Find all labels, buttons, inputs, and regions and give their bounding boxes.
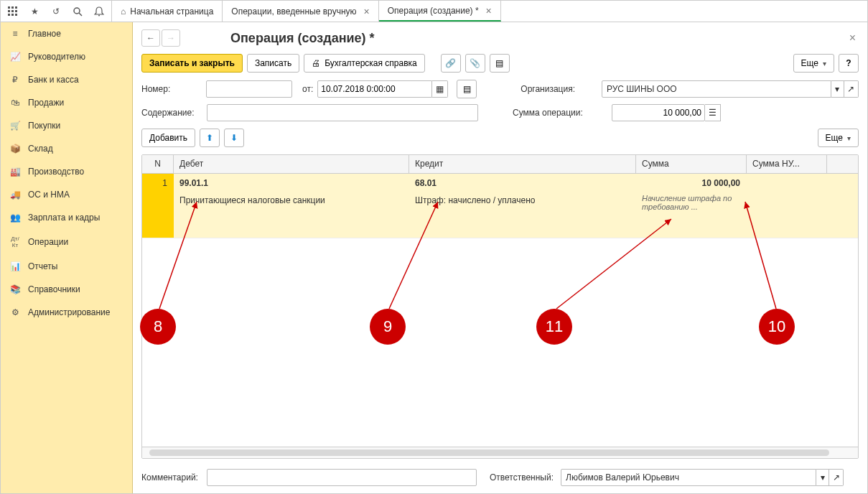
summa-value: 10 000,00 [642, 178, 740, 188]
save-and-close-button[interactable]: Записать и закрыть [141, 54, 243, 73]
sidebar-item[interactable]: 🚚ОС и НМА [1, 183, 132, 206]
sidebar-item[interactable]: 🏭Производство [1, 160, 132, 183]
nav-forward-button: → [162, 29, 180, 47]
kredit-account: 68.01 [415, 178, 630, 188]
cell-summa[interactable]: 10 000,00Начисление штрафа по требованию… [636, 174, 747, 238]
sidebar-item-label: Продажи [28, 98, 64, 108]
sidebar-item-icon: 🏭 [9, 167, 21, 177]
sidebar-item-label: ОС и НМА [28, 190, 70, 200]
cell-debet[interactable]: 99.01.1Причитающиеся налоговые санкции [174, 174, 409, 238]
sidebar-item[interactable]: 📈Руководителю [1, 45, 132, 68]
cell-summanu[interactable] [747, 174, 827, 238]
star-icon[interactable]: ★ [24, 1, 45, 22]
sidebar-item-label: Главное [28, 29, 61, 39]
col-n-header[interactable]: N [142, 155, 174, 173]
sidebar-item-label: Производство [28, 167, 84, 177]
tab-close-icon[interactable]: × [486, 5, 492, 17]
sidebar-item[interactable]: 🛍Продажи [1, 91, 132, 114]
svg-rect-8 [15, 14, 17, 16]
top-toolbar: ★ ↺ ⌂Начальная страницаОперации, введенн… [1, 1, 867, 22]
sidebar-item-label: Операции [28, 237, 68, 247]
responsible-select[interactable]: Любимов Валерий Юрьевич [561, 469, 816, 486]
debet-account: 99.01.1 [179, 178, 403, 188]
sheet-icon-button[interactable]: ▤ [457, 80, 477, 98]
tab-close-icon[interactable]: × [364, 6, 370, 17]
sidebar-item-icon: 📚 [9, 284, 21, 294]
date-input[interactable] [317, 80, 432, 98]
svg-rect-7 [11, 14, 14, 16]
callout-8: 8 [140, 309, 176, 345]
content-input[interactable] [207, 104, 478, 121]
comment-input[interactable] [207, 469, 477, 486]
sidebar-item-label: Справочники [28, 284, 80, 294]
bell-icon[interactable] [88, 1, 110, 22]
move-up-button[interactable]: ⬆ [200, 129, 220, 147]
list-icon-button[interactable]: ▤ [490, 54, 510, 73]
history-icon[interactable]: ↺ [45, 1, 67, 22]
sidebar-item-label: Руководителю [28, 52, 85, 62]
tab-label: Операции, введенные вручную [231, 6, 356, 17]
sidebar-item[interactable]: 👥Зарплата и кадры [1, 206, 132, 229]
help-button[interactable]: ? [839, 54, 859, 73]
sidebar-item-icon: 🚚 [9, 190, 21, 200]
sidebar-item-icon: 👥 [9, 213, 21, 223]
nav-back-button[interactable]: ← [141, 29, 160, 47]
home-icon: ⌂ [121, 6, 126, 17]
sidebar-item-label: Отчеты [28, 261, 57, 271]
sidebar-item[interactable]: ⚙Администрирование [1, 301, 132, 324]
add-row-button[interactable]: Добавить [141, 129, 195, 147]
sidebar-item-icon: 📦 [9, 144, 21, 154]
debet-desc: Причитающиеся налоговые санкции [179, 195, 403, 205]
responsible-label: Ответственный: [490, 472, 554, 483]
sidebar-item-label: Зарплата и кадры [28, 213, 100, 223]
sumop-calc-icon[interactable]: ☰ [705, 104, 721, 121]
col-kredit-header[interactable]: Кредит [409, 155, 636, 173]
cell-kredit[interactable]: 68.01Штраф: начислено / уплачено [409, 174, 636, 238]
move-down-button[interactable]: ⬇ [224, 129, 244, 147]
sidebar-item[interactable]: ≡Главное [1, 22, 132, 45]
apps-icon[interactable] [2, 1, 24, 22]
sidebar-item-label: Склад [28, 144, 53, 154]
responsible-open-icon[interactable]: ↗ [829, 469, 844, 486]
tab[interactable]: Операции, введенные вручную× [223, 1, 378, 22]
number-label: Номер: [141, 84, 202, 94]
close-icon[interactable]: × [849, 32, 856, 45]
svg-rect-2 [15, 6, 17, 9]
accounting-ref-button[interactable]: 🖨 Бухгалтерская справка [304, 54, 425, 73]
sidebar-item[interactable]: 📚Справочники [1, 278, 132, 301]
svg-rect-0 [8, 6, 10, 9]
sidebar-item[interactable]: Дт/КтОперации [1, 229, 132, 255]
sidebar-item[interactable]: ₽Банк и касса [1, 68, 132, 91]
col-summanu-header[interactable]: Сумма НУ... [747, 155, 827, 173]
print-icon: 🖨 [312, 58, 320, 68]
tab[interactable]: Операция (создание) *× [379, 1, 501, 22]
tab[interactable]: ⌂Начальная страница [112, 1, 223, 22]
from-label: от: [302, 84, 313, 94]
table-more-button[interactable]: Еще [818, 129, 859, 147]
sidebar-item[interactable]: 🛒Покупки [1, 114, 132, 137]
col-debet-header[interactable]: Дебет [174, 155, 409, 173]
callout-10: 10 [759, 309, 795, 345]
organization-dropdown-icon[interactable]: ▾ [831, 80, 844, 98]
callout-9: 9 [370, 309, 406, 345]
sidebar-item[interactable]: 📊Отчеты [1, 255, 132, 278]
sidebar-item[interactable]: 📦Склад [1, 137, 132, 160]
responsible-dropdown-icon[interactable]: ▾ [816, 469, 829, 486]
sidebar-item-icon: ₽ [9, 75, 21, 85]
number-input[interactable] [206, 80, 292, 98]
content-label: Содержание: [141, 108, 202, 118]
search-icon[interactable] [67, 1, 88, 22]
sumop-input[interactable] [612, 104, 705, 121]
table-row[interactable]: 199.01.1Причитающиеся налоговые санкции6… [142, 174, 858, 238]
attach-icon-button[interactable]: 📎 [465, 54, 485, 73]
calendar-icon[interactable]: ▦ [432, 80, 448, 98]
save-button[interactable]: Записать [247, 54, 299, 73]
sidebar-item-icon: ≡ [9, 29, 21, 39]
link-icon-button[interactable]: 🔗 [441, 54, 461, 73]
organization-open-icon[interactable]: ↗ [844, 80, 859, 98]
horizontal-scrollbar[interactable] [142, 447, 858, 458]
organization-select[interactable]: РУС ШИНЫ ООО [602, 80, 831, 98]
summa-desc: Начисление штрафа по требованию ... [642, 194, 740, 211]
col-summa-header[interactable]: Сумма [636, 155, 747, 173]
more-button[interactable]: Еще [793, 54, 834, 73]
